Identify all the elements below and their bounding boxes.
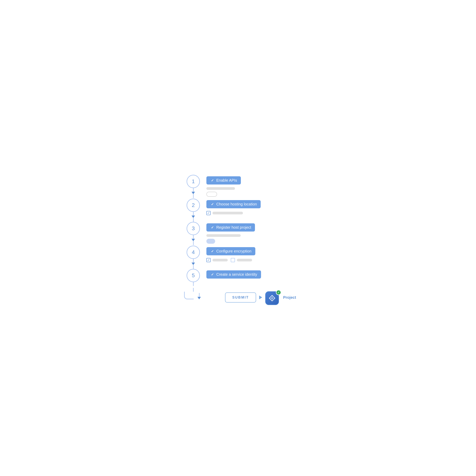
- step-1-row: 1 Enable APIs: [185, 175, 291, 199]
- green-check-badge: ✓: [276, 290, 281, 295]
- step-3-pill: [206, 239, 215, 244]
- step-4-bar1: [212, 259, 228, 261]
- curved-connector: [184, 292, 194, 299]
- step-4-checkbox2[interactable]: [231, 258, 235, 262]
- step-4-badge: Configure encryption: [206, 247, 255, 255]
- connector-2: [193, 212, 194, 216]
- step-4-checkbox1[interactable]: [206, 258, 211, 262]
- connector-5: [193, 282, 194, 286]
- step-1-content: Enable APIs: [202, 175, 291, 199]
- step-3-bar: [206, 234, 241, 237]
- submit-project-row: SUBMIT ✓ Project: [208, 290, 296, 305]
- step-2-badge: Choose hosting location: [206, 200, 261, 208]
- step-2-circle: 2: [187, 199, 200, 212]
- step-2-row: 2 Choose hosting location: [185, 199, 291, 222]
- step-3-row: 3 Register host project: [185, 222, 291, 246]
- step-5-circle: 5: [187, 269, 200, 282]
- step-5-check-icon: [210, 272, 214, 277]
- arrow-3: [191, 239, 195, 241]
- step-2-content: Choose hosting location: [202, 199, 291, 217]
- step-5-badge: Create a service identity: [206, 270, 261, 279]
- step-4-check-icon: [210, 249, 214, 254]
- step-3-circle: 3: [187, 222, 200, 235]
- step-3-left: 3: [185, 222, 202, 245]
- connector-3b: [193, 241, 194, 245]
- step-5-row: 5 Create a service identity: [185, 269, 291, 286]
- step-3-check-icon: [210, 225, 214, 230]
- step-2-check-icon: [210, 202, 214, 206]
- step-5-left: 5: [185, 269, 202, 286]
- connector-4b: [193, 265, 194, 269]
- step-4-content: Configure encryption: [202, 246, 291, 264]
- step-4-circle: 4: [187, 246, 200, 259]
- bottom-down-arrow: [197, 297, 201, 299]
- connector-1b: [193, 194, 194, 198]
- step-4-checkbox-row: [206, 258, 291, 262]
- step-1-circle: 1: [187, 175, 200, 188]
- bottom-section: SUBMIT ✓ Project: [185, 286, 291, 301]
- step-4-left: 4: [185, 246, 202, 269]
- project-label: Project: [283, 295, 296, 300]
- connector-2b: [193, 218, 194, 222]
- diagram-container: 1 Enable APIs 2 Choo: [181, 163, 295, 313]
- step-2-bar: [212, 212, 243, 214]
- step-1-check-icon: [210, 178, 214, 183]
- step-1-left: 1: [185, 175, 202, 198]
- step-4-row: 4 Configure encryption: [185, 246, 291, 269]
- step-3-badge: Register host project: [206, 223, 255, 232]
- project-icon-wrapper: ✓: [265, 290, 280, 305]
- arrow-1: [191, 192, 195, 194]
- step-1-bar: [206, 187, 235, 190]
- step-2-checkbox[interactable]: [206, 211, 211, 215]
- submit-row: SUBMIT ✓ Project: [202, 286, 293, 301]
- pre-arrow-line: [199, 293, 200, 297]
- arrow-4: [191, 263, 195, 265]
- connector-4: [193, 259, 194, 263]
- submit-button[interactable]: SUBMIT: [225, 292, 256, 303]
- arrow-2: [191, 216, 195, 218]
- step-5-content: Create a service identity: [202, 269, 291, 281]
- step-4-bar2: [237, 259, 252, 261]
- bottom-line-top: [193, 288, 194, 292]
- submit-arrow-right: [259, 295, 262, 299]
- project-icon-svg: [268, 294, 276, 302]
- step-1-badge: Enable APIs: [206, 176, 241, 185]
- bottom-arrow-wrapper: [197, 293, 201, 302]
- step-2-left: 2: [185, 199, 202, 222]
- step-2-checkbox-row: [206, 211, 291, 215]
- connector-1: [193, 188, 194, 192]
- connector-3: [193, 235, 194, 239]
- step-3-content: Register host project: [202, 222, 291, 246]
- step-1-pill: [206, 192, 217, 197]
